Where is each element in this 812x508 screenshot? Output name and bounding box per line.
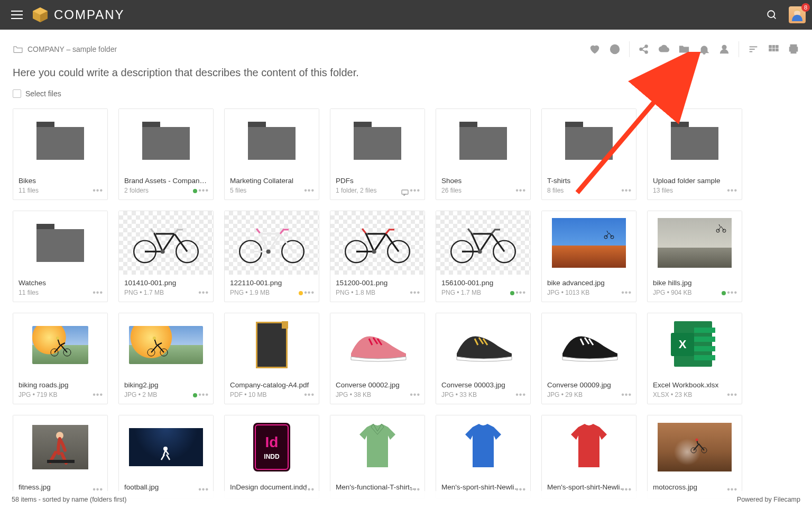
grid-item[interactable]: Men's-sport-shirt-Newline-red••• xyxy=(541,415,636,499)
user-button[interactable] xyxy=(718,43,730,55)
grid-item[interactable]: Men's-sport-shirt-Newline-blue••• xyxy=(436,415,531,499)
grid-item[interactable]: bike advanced.jpgJPG • 1013 KB••• xyxy=(541,211,636,302)
item-more-button[interactable]: ••• xyxy=(93,288,103,297)
grid-item[interactable]: Men's-functional-T-shirt-Brule••• xyxy=(330,415,425,499)
grid-item[interactable]: Converse 00003.jpgJPG • 33 KB••• xyxy=(436,313,531,404)
item-more-button[interactable]: ••• xyxy=(515,288,526,297)
grid-item[interactable]: Brand Assets - Company Inc2 folders••• xyxy=(118,108,214,200)
item-thumbnail xyxy=(436,415,530,479)
item-more-button[interactable]: ••• xyxy=(304,288,315,297)
folder-description: Here you could write a description that … xyxy=(0,57,812,79)
item-subtitle: PNG • 1.7 MB xyxy=(124,289,208,296)
folder-thumbnail xyxy=(565,122,613,160)
item-meta: 122110-001.pngPNG • 1.9 MB••• xyxy=(225,275,319,302)
svg-rect-28 xyxy=(791,50,796,53)
notifications-button[interactable] xyxy=(698,43,710,55)
grid-item[interactable]: T-shirts8 files••• xyxy=(541,108,636,200)
grid-view-button[interactable] xyxy=(768,43,779,55)
item-more-button[interactable]: ••• xyxy=(621,288,632,297)
grid-item[interactable]: 151200-001.pngPNG • 1.8 MB••• xyxy=(330,211,425,302)
grid-item[interactable]: Company-catalog-A4.pdfPDF • 10 MB••• xyxy=(224,313,319,404)
item-more-button[interactable]: ••• xyxy=(410,186,420,195)
footer-bar: 58 items - sorted by name (folders first… xyxy=(0,491,812,508)
item-more-button[interactable]: ••• xyxy=(727,186,737,195)
grid-item[interactable]: 101410-001.pngPNG • 1.7 MB••• xyxy=(118,211,214,302)
grid-item[interactable]: XExcel Workbook.xlsxXLSX • 23 KB••• xyxy=(647,313,742,404)
company-name: COMPANY xyxy=(54,7,125,22)
grid-item[interactable]: Marketing Collateral5 files••• xyxy=(224,108,319,200)
grid-item[interactable]: motocross.jpg••• xyxy=(647,415,742,499)
item-thumbnail xyxy=(542,109,636,173)
logo[interactable]: COMPANY xyxy=(32,6,125,23)
grid-item[interactable]: Converse 00002.jpgJPG • 38 KB••• xyxy=(330,313,425,404)
menu-button[interactable] xyxy=(6,4,27,25)
svg-point-35 xyxy=(266,249,271,253)
status-dot xyxy=(722,291,726,295)
item-more-button[interactable]: ••• xyxy=(727,390,737,400)
grid-item[interactable]: Upload folder sample13 files••• xyxy=(647,108,742,200)
item-thumbnail xyxy=(119,109,213,173)
breadcrumb[interactable]: COMPANY – sample folder xyxy=(13,45,117,53)
info-button[interactable] xyxy=(609,43,621,55)
heart-icon xyxy=(589,43,601,55)
item-meta: Shoes26 files••• xyxy=(436,173,530,199)
item-more-button[interactable]: ••• xyxy=(304,186,315,195)
grid-item[interactable]: fitness.jpg••• xyxy=(13,415,108,499)
item-more-button[interactable]: ••• xyxy=(410,390,420,400)
grid-item[interactable]: biking roads.jpgJPG • 719 KB••• xyxy=(13,313,108,404)
grid-item[interactable]: Bikes11 files••• xyxy=(13,108,108,200)
search-button[interactable] xyxy=(762,5,781,24)
item-meta: 101410-001.pngPNG • 1.7 MB••• xyxy=(119,275,213,302)
grid-item[interactable]: 122110-001.pngPNG • 1.9 MB••• xyxy=(224,211,319,302)
item-more-button[interactable]: ••• xyxy=(198,288,209,297)
item-more-button[interactable]: ••• xyxy=(198,186,209,195)
favorite-button[interactable] xyxy=(589,43,601,55)
item-thumbnail xyxy=(13,211,107,275)
item-thumbnail xyxy=(542,211,636,275)
grid-item[interactable]: 156100-001.pngPNG • 1.7 MB••• xyxy=(436,211,531,302)
upload-button[interactable] xyxy=(658,43,670,55)
item-more-button[interactable]: ••• xyxy=(515,186,526,195)
grid-item[interactable]: Watches11 files••• xyxy=(13,211,108,302)
grid-item[interactable]: football.jpg••• xyxy=(118,415,214,499)
select-files-label: Select files xyxy=(25,89,61,98)
print-button[interactable] xyxy=(788,43,799,55)
item-title: Converse 00002.jpg xyxy=(336,381,419,389)
item-more-button[interactable]: ••• xyxy=(198,390,209,400)
grid-item[interactable]: bike hills.jpgJPG • 904 KB••• xyxy=(647,211,742,302)
svg-point-3 xyxy=(768,11,774,17)
share-button[interactable] xyxy=(638,43,650,55)
sort-button[interactable] xyxy=(748,43,759,55)
select-files-checkbox[interactable] xyxy=(13,89,21,98)
item-more-button[interactable]: ••• xyxy=(93,390,103,400)
item-more-button[interactable]: ••• xyxy=(93,186,103,195)
item-more-button[interactable]: ••• xyxy=(515,390,526,400)
grid-item[interactable]: IdINDDInDesign document.indd••• xyxy=(224,415,319,499)
comment-icon xyxy=(401,188,409,195)
item-thumbnail: X xyxy=(648,313,742,377)
photo-thumbnail xyxy=(129,428,203,466)
item-subtitle: JPG • 719 KB xyxy=(19,391,102,398)
cloud-upload-icon xyxy=(658,43,670,55)
item-more-button[interactable]: ••• xyxy=(304,390,315,400)
item-more-button[interactable]: ••• xyxy=(621,390,632,400)
item-more-button[interactable]: ••• xyxy=(727,288,737,297)
grid-item[interactable]: Converse 00009.jpgJPG • 29 KB••• xyxy=(541,313,636,404)
item-more-button[interactable]: ••• xyxy=(621,186,632,195)
item-title: Watches xyxy=(19,279,102,287)
item-title: bike advanced.jpg xyxy=(547,279,631,287)
item-more-button[interactable]: ••• xyxy=(410,288,420,297)
share-icon xyxy=(638,43,650,55)
photo-thumbnail xyxy=(658,218,732,268)
svg-point-41 xyxy=(478,249,482,253)
grid-item[interactable]: biking2.jpgJPG • 2 MB••• xyxy=(118,313,214,404)
grid-item[interactable]: PDFs1 folder, 2 files••• xyxy=(330,108,425,200)
new-folder-icon xyxy=(678,43,690,55)
shoe-thumbnail xyxy=(340,323,414,367)
grid-item[interactable]: Shoes26 files••• xyxy=(436,108,531,200)
item-title: Company-catalog-A4.pdf xyxy=(230,381,313,389)
folder-thumbnail xyxy=(36,122,84,160)
item-thumbnail xyxy=(225,109,319,173)
user-avatar[interactable]: 8 xyxy=(789,6,806,23)
new-folder-button[interactable] xyxy=(678,43,690,55)
